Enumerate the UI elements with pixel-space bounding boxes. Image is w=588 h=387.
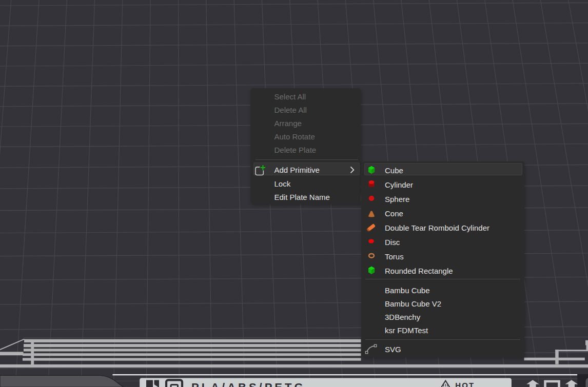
svg-text:HOT: HOT bbox=[455, 381, 475, 387]
svg-text:PLA/ABS/PETG: PLA/ABS/PETG bbox=[191, 381, 306, 387]
